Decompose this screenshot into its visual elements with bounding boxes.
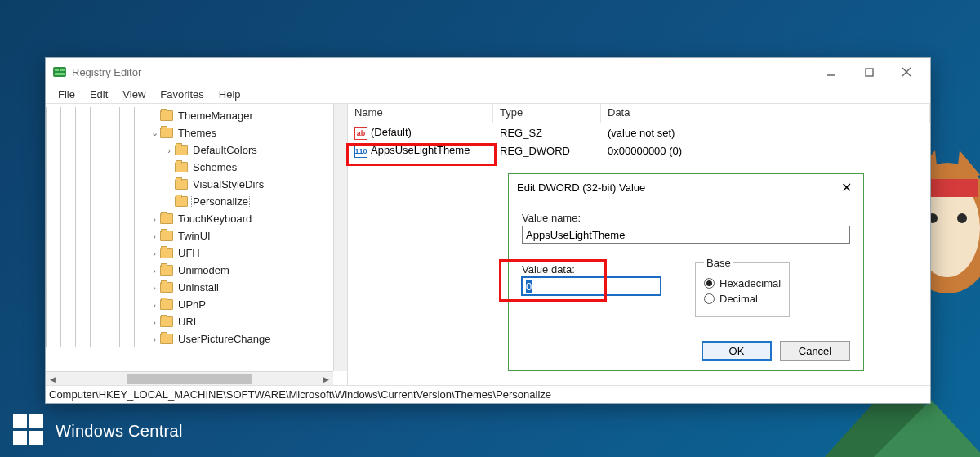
folder-icon	[175, 145, 188, 155]
tree-hscrollbar[interactable]: ◀ ▶	[46, 371, 333, 385]
radio-decimal[interactable]: Decimal	[704, 293, 781, 305]
tree-node[interactable]: ›UPnP	[46, 296, 347, 313]
scroll-left-icon[interactable]: ◀	[46, 372, 60, 385]
tree-label[interactable]: DefaultColors	[191, 144, 259, 156]
hscroll-thumb[interactable]	[127, 374, 253, 384]
tree-node[interactable]: Schemes	[46, 159, 347, 176]
tree-node[interactable]: ThemeManager	[46, 107, 347, 124]
value-row[interactable]: 110AppsUseLightThemeREG_DWORD0x00000000 …	[348, 141, 930, 159]
chevron-right-icon[interactable]: ›	[149, 300, 160, 310]
folder-icon	[160, 316, 173, 327]
status-path: Computer\HKEY_LOCAL_MACHINE\SOFTWARE\Mic…	[49, 388, 551, 401]
tree-node[interactable]: ›TouchKeyboard	[46, 210, 347, 227]
value-name: AppsUseLightTheme	[371, 144, 470, 156]
tree-label[interactable]: UFH	[176, 247, 202, 259]
reg-sz-icon: ab	[354, 127, 368, 140]
col-header-type[interactable]: Type	[493, 104, 601, 123]
col-header-data[interactable]: Data	[601, 104, 930, 123]
values-header[interactable]: Name Type Data	[348, 104, 930, 123]
tree-node[interactable]: ›UserPictureChange	[46, 330, 347, 347]
radio-hexadecimal[interactable]: Hexadecimal	[704, 277, 781, 289]
folder-icon	[160, 128, 173, 138]
folder-icon	[175, 179, 188, 190]
cancel-button[interactable]: Cancel	[780, 341, 850, 361]
chevron-right-icon[interactable]: ›	[149, 249, 160, 258]
tree-node[interactable]: ›URL	[46, 313, 347, 330]
ok-button[interactable]: OK	[702, 341, 772, 361]
value-data-input[interactable]	[522, 277, 661, 295]
tree-node[interactable]: ›UFH	[46, 244, 347, 262]
tree-label[interactable]: TouchKeyboard	[176, 213, 253, 225]
value-data: (value not set)	[601, 127, 930, 139]
tree-label[interactable]: Uninstall	[176, 281, 220, 293]
tree-label[interactable]: VisualStyleDirs	[191, 178, 265, 190]
dialog-close-icon[interactable]: ✕	[838, 177, 855, 199]
value-name: (Default)	[371, 126, 412, 138]
regedit-icon	[52, 65, 67, 79]
tree-label[interactable]: Themes	[176, 127, 218, 139]
close-button[interactable]	[888, 60, 925, 84]
value-name-input[interactable]	[522, 226, 850, 244]
svg-rect-10	[55, 69, 59, 71]
tree-node[interactable]: ›DefaultColors	[46, 141, 347, 159]
menu-file[interactable]: File	[51, 87, 82, 102]
svg-rect-14	[866, 69, 873, 76]
window-title: Registry Editor	[72, 66, 141, 78]
folder-icon	[160, 299, 173, 310]
status-bar: Computer\HKEY_LOCAL_MACHINE\SOFTWARE\Mic…	[46, 385, 930, 403]
tree-label[interactable]: Schemes	[191, 161, 238, 173]
menu-view[interactable]: View	[115, 87, 153, 102]
svg-rect-11	[60, 69, 65, 71]
label-value-data: Value data:	[522, 263, 661, 276]
chevron-down-icon[interactable]: ⌄	[149, 128, 160, 138]
tree-node[interactable]: ⌄Themes	[46, 124, 347, 141]
chevron-right-icon[interactable]: ›	[149, 214, 160, 224]
menu-bar: File Edit View Favorites Help	[46, 86, 930, 104]
folder-icon	[160, 265, 173, 276]
titlebar[interactable]: Registry Editor	[46, 58, 930, 86]
watermark: Windows Central	[13, 414, 183, 447]
value-type: REG_DWORD	[493, 145, 601, 157]
tree-node[interactable]: Personalize	[46, 193, 347, 210]
chevron-right-icon[interactable]: ›	[149, 334, 160, 344]
tree-label[interactable]: TwinUI	[176, 230, 212, 242]
tree-label[interactable]: UPnP	[176, 298, 207, 311]
base-fieldset: Base Hexadecimal Decimal	[695, 257, 790, 317]
tree-vscrollbar[interactable]	[333, 104, 347, 371]
dialog-title: Edit DWORD (32-bit) Value	[517, 181, 645, 194]
edit-dword-dialog: Edit DWORD (32-bit) Value ✕ Value name: …	[508, 173, 864, 371]
menu-help[interactable]: Help	[212, 87, 248, 102]
chevron-right-icon[interactable]: ›	[149, 317, 160, 327]
menu-favorites[interactable]: Favorites	[153, 87, 211, 102]
minimize-button[interactable]	[813, 60, 850, 84]
tree-node[interactable]: ›TwinUI	[46, 227, 347, 244]
radio-icon	[704, 278, 715, 289]
chevron-right-icon[interactable]: ›	[149, 266, 160, 276]
label-value-name: Value name:	[522, 212, 850, 224]
tree-node[interactable]: ›Unimodem	[46, 262, 347, 279]
tree-label[interactable]: URL	[176, 316, 201, 328]
value-type: REG_SZ	[493, 127, 601, 139]
maximize-button[interactable]	[850, 60, 888, 84]
tree-node[interactable]: ›Uninstall	[46, 279, 347, 296]
tree-label[interactable]: UserPictureChange	[176, 333, 272, 345]
tree-label[interactable]: Unimodem	[176, 264, 231, 276]
tree-node[interactable]: VisualStyleDirs	[46, 176, 347, 193]
chevron-right-icon[interactable]: ›	[149, 231, 160, 241]
scroll-right-icon[interactable]: ▶	[319, 372, 333, 385]
folder-icon	[175, 162, 188, 172]
folder-icon	[160, 334, 173, 344]
chevron-right-icon[interactable]: ›	[163, 146, 175, 155]
value-data: 0x00000000 (0)	[601, 145, 930, 157]
tree-label[interactable]: Personalize	[191, 195, 250, 208]
col-header-name[interactable]: Name	[348, 104, 493, 123]
folder-icon	[160, 248, 173, 258]
tree-pane[interactable]: ThemeManager⌄Themes›DefaultColorsSchemes…	[46, 104, 348, 385]
windows-logo-icon	[13, 414, 46, 447]
folder-icon	[160, 231, 173, 241]
svg-rect-12	[55, 73, 65, 75]
tree-label[interactable]: ThemeManager	[176, 110, 255, 122]
value-row[interactable]: ab(Default)REG_SZ(value not set)	[348, 123, 930, 141]
menu-edit[interactable]: Edit	[82, 87, 115, 102]
chevron-right-icon[interactable]: ›	[149, 283, 160, 293]
